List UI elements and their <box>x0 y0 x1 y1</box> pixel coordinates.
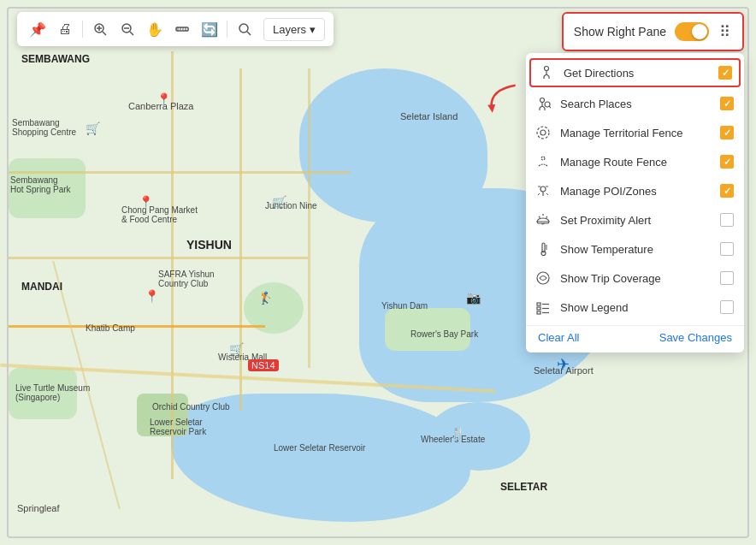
territorial-fence-icon <box>535 124 552 141</box>
svg-point-23 <box>537 127 549 139</box>
svg-line-30 <box>546 193 548 195</box>
marker-mandai[interactable]: 📍 <box>145 289 159 303</box>
marker-airport[interactable]: ✈ <box>557 355 570 374</box>
zoom-out-button[interactable] <box>115 17 139 41</box>
toolbar-divider-1 <box>82 21 83 38</box>
svg-rect-41 <box>537 311 540 314</box>
poi-zones-label: Manage POI/Zones <box>560 185 712 198</box>
marker-canberra[interactable]: 📍 <box>157 92 171 106</box>
map-label-chongpang: Chong Pang Market& Food Centre <box>121 205 198 224</box>
svg-line-29 <box>538 193 540 195</box>
pin-tool-button[interactable]: 📌 <box>26 17 50 41</box>
legend-checkbox[interactable] <box>720 300 734 314</box>
route-fence-label: Manage Route Fence <box>560 156 712 169</box>
pan-button[interactable]: ✋ <box>143 17 167 41</box>
marker-wisteria[interactable]: 🛒 <box>229 342 244 356</box>
trip-coverage-label: Show Trip Coverage <box>560 272 712 285</box>
menu-item-territorial-fence[interactable]: Manage Territorial Fence <box>526 118 744 147</box>
dropdown-panel: Get Directions Search Places Manage Terr… <box>526 53 744 352</box>
marker-junction9[interactable]: 🛒 <box>272 195 286 209</box>
menu-item-route-fence[interactable]: Manage Route Fence <box>526 147 744 176</box>
proximity-alert-icon <box>535 211 552 228</box>
route-fence-checkbox[interactable] <box>720 155 734 169</box>
search-places-checkbox[interactable] <box>720 97 734 110</box>
map-label-sembawang: SEMBAWANG <box>21 53 90 65</box>
svg-point-32 <box>541 252 546 256</box>
layers-button[interactable]: Layers ▾ <box>263 18 325 41</box>
svg-point-36 <box>537 272 549 284</box>
print-tool-button[interactable]: 🖨 <box>53 17 77 41</box>
map-label-seletar: SELETAR <box>500 481 547 493</box>
menu-item-trip-coverage[interactable]: Show Trip Coverage <box>526 264 744 293</box>
toolbar: 📌 🖨 ✋ 🔄 Layers ▾ <box>17 12 334 46</box>
svg-point-24 <box>540 130 546 135</box>
grid-icon[interactable]: ⠿ <box>718 21 732 43</box>
marker-yishun-dam-cam[interactable]: 📷 <box>466 291 481 305</box>
get-directions-label: Get Directions <box>564 67 710 80</box>
map-label-sembawang-sc: SembawangShopping Centre <box>12 118 76 137</box>
menu-item-legend[interactable]: Show Legend <box>526 293 744 322</box>
bus-marker-ns14[interactable]: NS14 <box>248 359 279 371</box>
svg-point-18 <box>540 98 545 103</box>
marker-sembawang-sc[interactable]: 🛒 <box>86 121 100 135</box>
temperature-label: Show Temperature <box>560 243 712 256</box>
svg-point-25 <box>541 157 545 160</box>
measure-button[interactable] <box>170 17 194 41</box>
svg-point-26 <box>540 187 546 192</box>
app: SEMBAWANG Canberra Plaza SembawangShoppi… <box>0 0 756 545</box>
territorial-fence-checkbox[interactable] <box>720 126 734 139</box>
map-label-springleaf: Springleaf <box>17 503 60 513</box>
svg-line-5 <box>130 32 133 35</box>
territorial-fence-label: Manage Territorial Fence <box>560 127 712 139</box>
poi-zones-checkbox[interactable] <box>720 184 734 198</box>
clear-all-button[interactable]: Clear All <box>538 331 579 344</box>
toolbar-divider-2 <box>227 21 227 38</box>
legend-label: Show Legend <box>560 301 712 314</box>
svg-rect-39 <box>537 307 540 310</box>
menu-item-get-directions[interactable]: Get Directions <box>529 58 741 87</box>
marker-wheelers[interactable]: 🍴 <box>451 426 465 440</box>
map-label-safra: SAFRA YishunCountry Club <box>158 270 215 288</box>
route-fence-icon <box>535 153 552 170</box>
menu-item-proximity-alert[interactable]: Set Proximity Alert <box>526 205 744 234</box>
layers-label: Layers <box>273 23 306 36</box>
search-button[interactable] <box>233 17 257 41</box>
menu-item-poi-zones[interactable]: Manage POI/Zones <box>526 176 744 205</box>
marker-safra[interactable]: 🏌 <box>258 291 273 305</box>
map-label-mandai: MANDAI <box>21 281 62 293</box>
search-places-icon <box>535 95 552 112</box>
svg-rect-37 <box>537 303 540 305</box>
svg-line-1 <box>103 32 106 35</box>
trip-coverage-icon <box>535 270 552 287</box>
marker-chongpang[interactable]: 📍 <box>139 195 153 209</box>
toggle-knob <box>692 24 707 39</box>
show-right-pane-label: Show Right Pane <box>574 25 666 39</box>
svg-point-21 <box>545 102 550 107</box>
arrow-indicator <box>481 80 529 126</box>
trip-coverage-checkbox[interactable] <box>720 271 734 285</box>
refresh-button[interactable]: 🔄 <box>198 17 221 41</box>
menu-item-search-places[interactable]: Search Places <box>526 89 744 118</box>
get-directions-checkbox[interactable] <box>718 66 732 80</box>
svg-point-15 <box>545 67 549 71</box>
panel-footer: Clear All Save Changes <box>526 325 744 346</box>
legend-icon <box>535 299 552 316</box>
proximity-alert-label: Set Proximity Alert <box>560 214 712 227</box>
right-pane-toggle[interactable] <box>675 22 709 41</box>
search-places-label: Search Places <box>560 98 712 110</box>
save-changes-button[interactable]: Save Changes <box>659 331 732 344</box>
map-label-yishun: YISHUN <box>186 238 232 252</box>
get-directions-icon <box>538 64 555 81</box>
svg-point-12 <box>239 24 248 33</box>
layers-chevron-icon: ▾ <box>310 23 316 36</box>
svg-marker-14 <box>487 104 497 113</box>
temperature-icon <box>535 240 552 258</box>
menu-item-temperature[interactable]: Show Temperature <box>526 234 744 264</box>
svg-line-22 <box>549 106 551 108</box>
poi-zones-icon <box>535 182 552 199</box>
temperature-checkbox[interactable] <box>720 242 734 256</box>
zoom-in-button[interactable] <box>88 17 112 41</box>
right-pane-header: Show Right Pane ⠿ <box>562 12 744 51</box>
svg-line-13 <box>247 32 251 35</box>
proximity-alert-checkbox[interactable] <box>720 213 734 227</box>
